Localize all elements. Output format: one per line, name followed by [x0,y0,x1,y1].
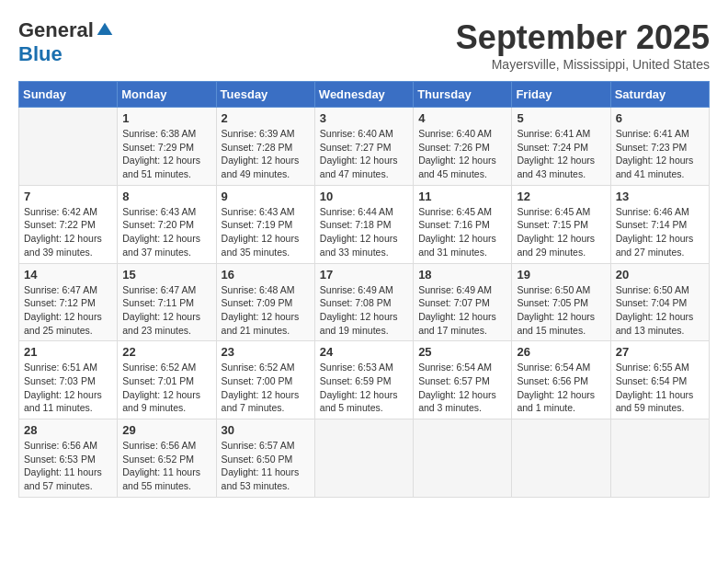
day-info: Sunrise: 6:47 AM Sunset: 7:12 PM Dayligh… [24,283,112,338]
calendar-cell: 26Sunrise: 6:54 AM Sunset: 6:56 PM Dayli… [512,341,610,419]
weekday-header-sunday: Sunday [19,82,118,108]
calendar-cell: 3Sunrise: 6:40 AM Sunset: 7:27 PM Daylig… [314,108,413,186]
day-info: Sunrise: 6:53 AM Sunset: 6:59 PM Dayligh… [320,361,408,415]
day-info: Sunrise: 6:44 AM Sunset: 7:18 PM Dayligh… [320,205,408,259]
day-number: 3 [320,111,408,125]
day-number: 19 [517,268,605,282]
calendar-cell: 28Sunrise: 6:56 AM Sunset: 6:53 PM Dayli… [19,419,118,498]
calendar-cell: 11Sunrise: 6:45 AM Sunset: 7:16 PM Dayli… [414,185,512,263]
calendar-cell: 20Sunrise: 6:50 AM Sunset: 7:04 PM Dayli… [610,263,709,341]
day-number: 13 [616,190,704,203]
calendar-cell: 5Sunrise: 6:41 AM Sunset: 7:24 PM Daylig… [512,108,610,186]
day-number: 22 [122,345,210,359]
calendar-cell: 23Sunrise: 6:52 AM Sunset: 7:00 PM Dayli… [216,341,314,419]
calendar-cell: 29Sunrise: 6:56 AM Sunset: 6:52 PM Dayli… [118,419,216,498]
weekday-header-friday: Friday [512,82,610,108]
day-number: 5 [517,111,605,125]
day-number: 11 [418,190,506,203]
calendar-cell: 27Sunrise: 6:55 AM Sunset: 6:54 PM Dayli… [610,341,709,419]
day-number: 12 [517,190,605,203]
day-number: 8 [122,190,210,203]
day-info: Sunrise: 6:51 AM Sunset: 7:03 PM Dayligh… [24,361,112,415]
day-info: Sunrise: 6:55 AM Sunset: 6:54 PM Dayligh… [616,361,704,415]
day-number: 14 [24,268,112,282]
day-info: Sunrise: 6:56 AM Sunset: 6:52 PM Dayligh… [122,439,210,493]
day-number: 18 [418,268,506,282]
weekday-header-row: SundayMondayTuesdayWednesdayThursdayFrid… [19,82,710,108]
weekday-header-monday: Monday [118,82,216,108]
day-info: Sunrise: 6:40 AM Sunset: 7:27 PM Dayligh… [320,127,408,181]
weekday-header-thursday: Thursday [414,82,512,108]
week-row-1: 7Sunrise: 6:42 AM Sunset: 7:22 PM Daylig… [19,185,710,263]
day-info: Sunrise: 6:49 AM Sunset: 7:08 PM Dayligh… [320,283,408,338]
day-info: Sunrise: 6:54 AM Sunset: 6:56 PM Dayligh… [517,361,605,415]
day-info: Sunrise: 6:40 AM Sunset: 7:26 PM Dayligh… [418,127,506,181]
logo: General Blue [18,18,114,66]
page-header: General Blue September 2025 Mayersville,… [18,18,710,72]
calendar-cell: 9Sunrise: 6:43 AM Sunset: 7:19 PM Daylig… [216,185,314,263]
day-number: 27 [616,345,704,359]
day-number: 24 [320,345,408,359]
day-number: 21 [24,345,112,359]
day-info: Sunrise: 6:57 AM Sunset: 6:50 PM Dayligh… [222,439,310,493]
calendar-cell: 13Sunrise: 6:46 AM Sunset: 7:14 PM Dayli… [610,185,709,263]
day-info: Sunrise: 6:47 AM Sunset: 7:11 PM Dayligh… [122,283,210,338]
week-row-2: 14Sunrise: 6:47 AM Sunset: 7:12 PM Dayli… [19,263,710,341]
logo-general-text: General [18,18,94,42]
calendar-cell [414,419,512,498]
calendar-cell: 7Sunrise: 6:42 AM Sunset: 7:22 PM Daylig… [19,185,118,263]
calendar-cell: 12Sunrise: 6:45 AM Sunset: 7:15 PM Dayli… [512,185,610,263]
week-row-0: 1Sunrise: 6:38 AM Sunset: 7:29 PM Daylig… [19,108,710,186]
day-info: Sunrise: 6:38 AM Sunset: 7:29 PM Dayligh… [122,127,210,181]
calendar-cell: 14Sunrise: 6:47 AM Sunset: 7:12 PM Dayli… [19,263,118,341]
day-number: 20 [616,268,704,282]
logo-icon [96,21,114,40]
day-info: Sunrise: 6:43 AM Sunset: 7:19 PM Dayligh… [222,205,310,259]
calendar-cell: 15Sunrise: 6:47 AM Sunset: 7:11 PM Dayli… [118,263,216,341]
day-number: 17 [320,268,408,282]
day-info: Sunrise: 6:52 AM Sunset: 7:00 PM Dayligh… [222,361,310,415]
day-number: 23 [222,345,310,359]
calendar-cell: 30Sunrise: 6:57 AM Sunset: 6:50 PM Dayli… [216,419,314,498]
calendar-cell: 8Sunrise: 6:43 AM Sunset: 7:20 PM Daylig… [118,185,216,263]
calendar-cell: 16Sunrise: 6:48 AM Sunset: 7:09 PM Dayli… [216,263,314,341]
calendar-cell: 25Sunrise: 6:54 AM Sunset: 6:57 PM Dayli… [414,341,512,419]
day-number: 26 [517,345,605,359]
day-number: 1 [122,111,210,125]
week-row-4: 28Sunrise: 6:56 AM Sunset: 6:53 PM Dayli… [19,419,710,498]
day-info: Sunrise: 6:48 AM Sunset: 7:09 PM Dayligh… [222,283,310,338]
logo-blue-text: Blue [18,42,63,66]
calendar-cell: 24Sunrise: 6:53 AM Sunset: 6:59 PM Dayli… [314,341,413,419]
calendar-cell: 22Sunrise: 6:52 AM Sunset: 7:01 PM Dayli… [118,341,216,419]
day-info: Sunrise: 6:52 AM Sunset: 7:01 PM Dayligh… [122,361,210,415]
calendar-cell: 2Sunrise: 6:39 AM Sunset: 7:28 PM Daylig… [216,108,314,186]
day-number: 4 [418,111,506,125]
day-number: 25 [418,345,506,359]
calendar-cell: 1Sunrise: 6:38 AM Sunset: 7:29 PM Daylig… [118,108,216,186]
svg-marker-0 [97,23,113,35]
calendar-cell [610,419,709,498]
month-title: September 2025 [456,18,710,57]
calendar-cell: 18Sunrise: 6:49 AM Sunset: 7:07 PM Dayli… [414,263,512,341]
day-info: Sunrise: 6:39 AM Sunset: 7:28 PM Dayligh… [222,127,310,181]
calendar-cell [512,419,610,498]
day-number: 28 [24,423,112,437]
day-info: Sunrise: 6:42 AM Sunset: 7:22 PM Dayligh… [24,205,112,259]
day-number: 15 [122,268,210,282]
day-info: Sunrise: 6:50 AM Sunset: 7:05 PM Dayligh… [517,283,605,338]
title-block: September 2025 Mayersville, Mississippi,… [456,18,710,72]
weekday-header-tuesday: Tuesday [216,82,314,108]
day-number: 30 [222,423,310,437]
weekday-header-wednesday: Wednesday [314,82,413,108]
calendar-cell [314,419,413,498]
day-number: 2 [222,111,310,125]
day-number: 9 [222,190,310,203]
day-number: 29 [122,423,210,437]
day-info: Sunrise: 6:45 AM Sunset: 7:16 PM Dayligh… [418,205,506,259]
calendar-table: SundayMondayTuesdayWednesdayThursdayFrid… [18,81,710,498]
calendar-cell: 21Sunrise: 6:51 AM Sunset: 7:03 PM Dayli… [19,341,118,419]
day-info: Sunrise: 6:49 AM Sunset: 7:07 PM Dayligh… [418,283,506,338]
day-number: 7 [24,190,112,203]
week-row-3: 21Sunrise: 6:51 AM Sunset: 7:03 PM Dayli… [19,341,710,419]
weekday-header-saturday: Saturday [610,82,709,108]
